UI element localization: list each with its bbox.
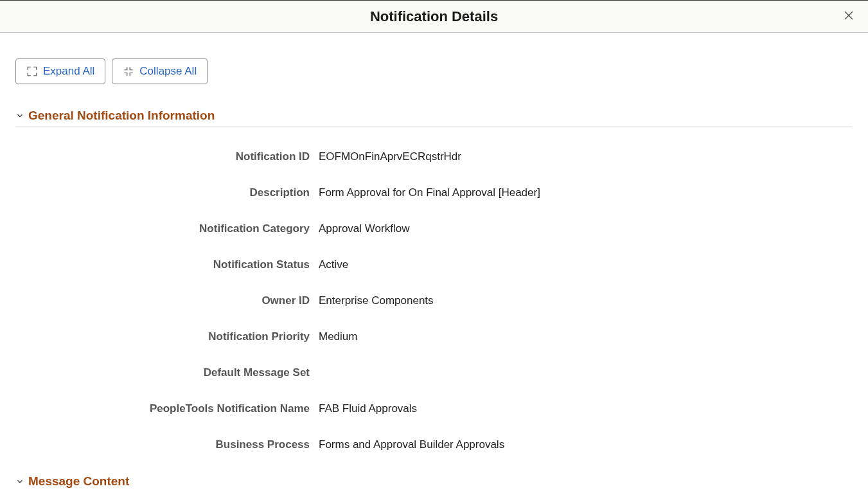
value-notification-priority: Medium xyxy=(319,330,357,343)
label-notification-id: Notification ID xyxy=(15,150,319,163)
value-owner-id: Enterprise Components xyxy=(319,294,434,307)
modal-body: Expand All Collapse All General Notifica… xyxy=(0,33,868,493)
chevron-down-icon xyxy=(15,111,24,120)
field-notification-category: Notification Category Approval Workflow xyxy=(15,222,853,235)
modal-header: Notification Details xyxy=(0,0,868,33)
label-business-process: Business Process xyxy=(15,438,319,451)
field-default-message-set: Default Message Set xyxy=(15,366,853,379)
chevron-down-icon xyxy=(15,477,24,486)
label-notification-priority: Notification Priority xyxy=(15,330,319,343)
label-owner-id: Owner ID xyxy=(15,294,319,307)
section-header-general[interactable]: General Notification Information xyxy=(15,109,853,127)
expand-all-button[interactable]: Expand All xyxy=(15,58,105,84)
field-business-process: Business Process Forms and Approval Buil… xyxy=(15,438,853,451)
close-icon xyxy=(843,10,855,23)
value-notification-category: Approval Workflow xyxy=(319,222,409,235)
field-notification-id: Notification ID EOFMOnFinAprvECRqstrHdr xyxy=(15,150,853,163)
modal-title: Notification Details xyxy=(370,8,498,25)
label-default-message-set: Default Message Set xyxy=(15,366,319,379)
collapse-all-button[interactable]: Collapse All xyxy=(112,58,208,84)
close-button[interactable] xyxy=(841,9,856,24)
collapse-all-label: Collapse All xyxy=(139,65,197,78)
expand-icon xyxy=(26,66,38,77)
value-business-process: Forms and Approval Builder Approvals xyxy=(319,438,504,451)
value-notification-status: Active xyxy=(319,258,348,271)
field-notification-status: Notification Status Active xyxy=(15,258,853,271)
label-notification-category: Notification Category xyxy=(15,222,319,235)
section-title-message-content: Message Content xyxy=(28,474,129,489)
expand-all-label: Expand All xyxy=(43,65,94,78)
toolbar: Expand All Collapse All xyxy=(15,58,853,84)
value-notification-id: EOFMOnFinAprvECRqstrHdr xyxy=(319,150,461,163)
field-notification-priority: Notification Priority Medium xyxy=(15,330,853,343)
value-peopletools-notification-name: FAB Fluid Approvals xyxy=(319,402,417,415)
section-header-message-content[interactable]: Message Content xyxy=(15,474,853,489)
collapse-icon xyxy=(123,66,134,77)
general-section-body: Notification ID EOFMOnFinAprvECRqstrHdr … xyxy=(15,150,853,451)
section-title-general: General Notification Information xyxy=(28,109,215,123)
field-description: Description Form Approval for On Final A… xyxy=(15,186,853,199)
field-owner-id: Owner ID Enterprise Components xyxy=(15,294,853,307)
label-notification-status: Notification Status xyxy=(15,258,319,271)
label-peopletools-notification-name: PeopleTools Notification Name xyxy=(15,402,319,415)
field-peopletools-notification-name: PeopleTools Notification Name FAB Fluid … xyxy=(15,402,853,415)
value-description: Form Approval for On Final Approval [Hea… xyxy=(319,186,540,199)
label-description: Description xyxy=(15,186,319,199)
